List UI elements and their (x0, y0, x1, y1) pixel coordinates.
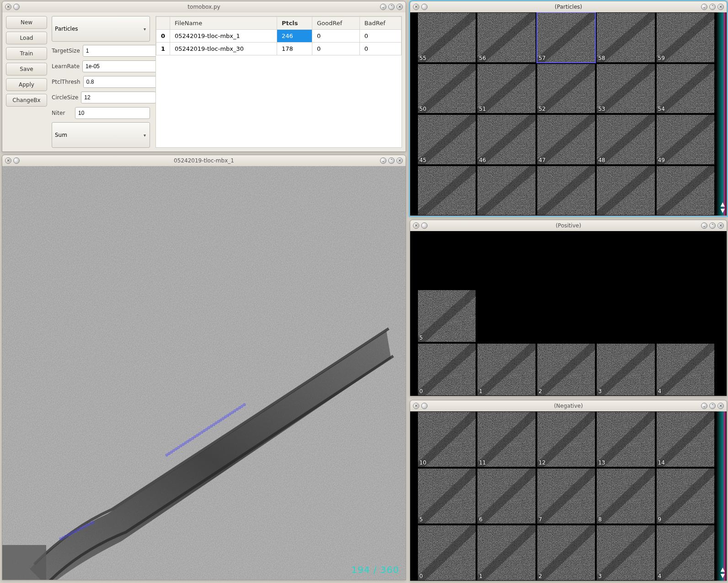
close-icon[interactable]: ✕ (5, 4, 11, 10)
particle-tile[interactable]: 47 (537, 114, 595, 165)
particle-tile[interactable]: 3 (596, 525, 655, 581)
particle-tile[interactable]: 0 (418, 525, 476, 581)
scrollbar[interactable] (717, 411, 727, 581)
minimize-icon[interactable]: ⌄ (701, 403, 707, 409)
window-menu-icon[interactable] (13, 4, 20, 10)
minimize-icon[interactable]: ⌄ (701, 222, 707, 229)
particle-tile[interactable]: 53 (596, 64, 655, 114)
image-canvas[interactable]: ⊙⊙⊙⊙⊙⊙⊙⊙⊙⊙⊙⊙⊙⊙⊙⊙⊙⊙⊙⊙⊙⊙⊙⊙⊙⊙⊙⊙⊙⊙⊙⊙⊙⊙ ⊙⊙⊙⊙⊙… (2, 166, 406, 580)
minimize-icon[interactable]: ⌄ (380, 157, 386, 164)
maximize-icon[interactable]: ⌃ (709, 4, 716, 10)
new-button[interactable]: New (6, 16, 47, 29)
close-icon[interactable]: ✕ (717, 403, 724, 409)
apply-button[interactable]: Apply (6, 78, 47, 91)
close-icon[interactable]: ✕ (717, 4, 724, 10)
particle-tile[interactable]: 11 (477, 411, 535, 467)
positive-grid[interactable]: 501234 (418, 290, 715, 396)
particle-tile[interactable] (477, 166, 535, 216)
scroll-arrows-icon[interactable]: ▲▼ (721, 566, 725, 579)
targetsize-input[interactable] (83, 45, 158, 57)
niter-input[interactable] (75, 107, 150, 119)
particle-tile[interactable] (418, 166, 476, 216)
maximize-icon[interactable]: ⌃ (709, 403, 716, 409)
close-icon[interactable]: ✕ (717, 222, 724, 229)
circlesize-input[interactable] (81, 92, 156, 103)
col-rownum[interactable] (156, 17, 170, 30)
mode-select[interactable]: Particles (52, 16, 150, 42)
particle-tile[interactable]: 13 (596, 411, 655, 467)
particle-tile[interactable]: 2 (537, 525, 595, 581)
particle-tile[interactable]: 10 (418, 411, 476, 467)
train-button[interactable]: Train (6, 47, 47, 60)
save-button[interactable]: Save (6, 63, 47, 76)
positive-titlebar[interactable]: ✕ (Positive) ⌄ ⌃ ✕ (410, 220, 727, 231)
maximize-icon[interactable]: ⌃ (709, 222, 716, 229)
particle-tile[interactable]: 48 (596, 114, 655, 165)
particle-tile[interactable]: 50 (418, 64, 476, 114)
sum-select[interactable]: Sum (52, 122, 150, 148)
scrollbar[interactable] (717, 12, 727, 216)
table-row[interactable]: 0 05242019-tloc-mbx_1 246 00 (156, 30, 401, 43)
particle-tile[interactable] (596, 166, 655, 216)
particle-tile[interactable]: 52 (537, 64, 595, 114)
changebx-button[interactable]: ChangeBx (6, 94, 47, 107)
particle-tile[interactable] (537, 166, 595, 216)
particle-tile[interactable]: 59 (656, 12, 715, 63)
minimize-icon[interactable]: ⌄ (380, 4, 386, 10)
maximize-icon[interactable]: ⌃ (388, 157, 395, 164)
file-table[interactable]: FileName Ptcls GoodRef BadRef 0 05242019… (155, 16, 402, 148)
particle-tile[interactable]: 4 (656, 525, 715, 581)
particle-tile[interactable]: 56 (477, 12, 535, 63)
close-icon[interactable]: ✕ (413, 222, 419, 229)
particle-tile[interactable]: 46 (477, 114, 535, 165)
window-menu-icon[interactable] (421, 4, 428, 10)
particle-tile[interactable]: 1 (477, 343, 535, 396)
close-icon[interactable]: ✕ (413, 4, 419, 10)
particle-tile[interactable]: 49 (656, 114, 715, 165)
close-icon[interactable]: ✕ (396, 4, 403, 10)
particle-tile[interactable]: 8 (596, 468, 655, 524)
particle-tile[interactable]: 55 (418, 12, 476, 63)
image-titlebar[interactable]: ✕ 05242019-tloc-mbx_1 ⌄ ⌃ ✕ (2, 155, 406, 166)
particle-tile[interactable]: 2 (537, 343, 595, 396)
particle-tile[interactable]: 5 (418, 290, 476, 342)
main-titlebar[interactable]: ✕ tomobox.py ⌄ ⌃ ✕ (2, 1, 406, 12)
ptclthresh-input[interactable] (83, 76, 158, 88)
particles-titlebar[interactable]: ✕ (Particles) ⌄ ⌃ ✕ (410, 1, 727, 12)
particle-tile[interactable]: 4 (656, 343, 715, 396)
particle-tile[interactable]: 1 (477, 525, 535, 581)
col-ptcls[interactable]: Ptcls (277, 17, 312, 30)
particle-tile[interactable]: 58 (596, 12, 655, 63)
particle-tile[interactable]: 14 (656, 411, 715, 467)
col-filename[interactable]: FileName (170, 17, 277, 30)
particle-tile[interactable]: 12 (537, 411, 595, 467)
particle-tile[interactable]: 57 (537, 12, 595, 63)
particle-tile[interactable]: 45 (418, 114, 476, 165)
close-icon[interactable]: ✕ (413, 403, 419, 409)
negative-grid[interactable]: 10111213145678901234 (418, 411, 715, 581)
particle-tile[interactable] (656, 166, 715, 216)
learnrate-input[interactable] (82, 60, 157, 72)
close-icon[interactable]: ✕ (5, 157, 11, 164)
maximize-icon[interactable]: ⌃ (388, 4, 395, 10)
col-goodref[interactable]: GoodRef (312, 17, 359, 30)
window-menu-icon[interactable] (13, 157, 20, 164)
negative-titlebar[interactable]: ✕ (Negative) ⌄ ⌃ ✕ (410, 400, 727, 411)
particle-tile[interactable]: 9 (656, 468, 715, 524)
col-badref[interactable]: BadRef (359, 17, 401, 30)
minimize-icon[interactable]: ⌄ (701, 4, 707, 10)
window-menu-icon[interactable] (421, 222, 428, 229)
close-icon[interactable]: ✕ (396, 157, 403, 164)
particle-tile[interactable]: 7 (537, 468, 595, 524)
particles-grid[interactable]: 555657585950515253544546474849 (418, 12, 715, 216)
scroll-arrows-icon[interactable]: ▲▼ (721, 201, 725, 214)
window-menu-icon[interactable] (421, 403, 428, 409)
particle-tile[interactable]: 3 (596, 343, 655, 396)
load-button[interactable]: Load (6, 32, 47, 44)
particle-tile[interactable]: 54 (656, 64, 715, 114)
particle-tile[interactable]: 0 (418, 343, 476, 396)
particle-tile[interactable]: 6 (477, 468, 535, 524)
particle-tile[interactable]: 51 (477, 64, 535, 114)
table-row[interactable]: 1 05242019-tloc-mbx_30 178 00 (156, 43, 401, 55)
particle-tile[interactable]: 5 (418, 468, 476, 524)
